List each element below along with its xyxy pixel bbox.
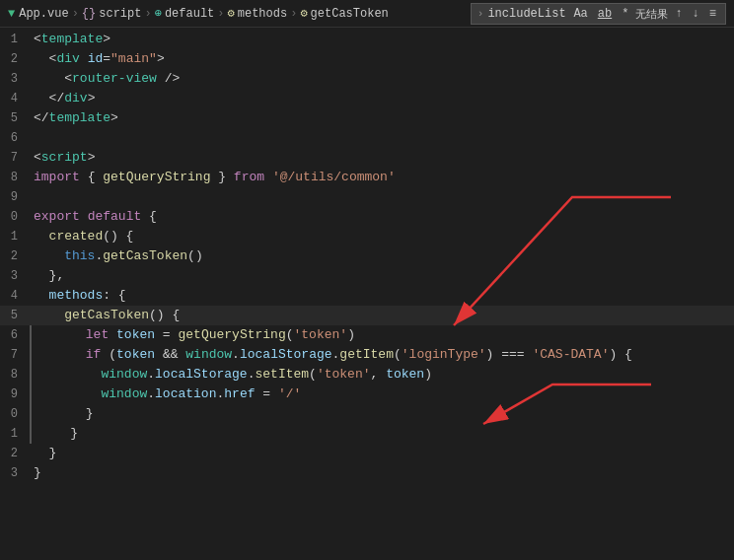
breadcrumb-method-icon: ⚙ xyxy=(300,6,307,21)
breadcrumb-vue[interactable]: App.vue xyxy=(19,7,68,21)
code-line-17: 7 if (token && window.localStorage.getIt… xyxy=(0,345,734,365)
code-line-2: 2 <div id="main"> xyxy=(0,49,734,69)
breadcrumb-getCasToken[interactable]: getCasToken xyxy=(311,7,389,21)
vue-icon: ▼ xyxy=(8,7,15,21)
code-line-23: 3 } xyxy=(0,463,734,483)
breadcrumb-default[interactable]: default xyxy=(165,7,214,21)
code-line-7: 7 <script> xyxy=(0,148,734,168)
code-line-22: 2 } xyxy=(0,444,734,463)
breadcrumb-methods-icon: ⚙ xyxy=(228,6,235,21)
code-line-12: 2 this.getCasToken() xyxy=(0,246,734,266)
code-line-21: 1 } xyxy=(0,424,734,444)
code-line-19: 9 window.location.href = '/' xyxy=(0,385,734,404)
case-sensitive-btn[interactable]: Aa xyxy=(570,6,590,22)
code-line-3: 3 <router-view /> xyxy=(0,69,734,89)
code-line-20: 0 } xyxy=(0,404,734,424)
code-line-1: 1 <template> xyxy=(0,30,734,49)
code-line-11: 1 created() { xyxy=(0,227,734,246)
search-prev-btn[interactable]: ↑ xyxy=(672,7,685,21)
breadcrumb-default-icon: ⊕ xyxy=(155,6,162,21)
code-line-18: 8 window.localStorage.setItem('token', t… xyxy=(0,365,734,385)
breadcrumb-script[interactable]: script xyxy=(99,7,141,21)
code-editor: 1 <template> 2 <div id="main"> 3 <router… xyxy=(0,28,734,483)
code-line-15: 5 getCasToken() { xyxy=(0,306,734,325)
code-line-16: 6 let token = getQueryString('token') xyxy=(0,325,734,345)
search-next-btn[interactable]: ↓ xyxy=(690,7,702,21)
search-input[interactable] xyxy=(487,7,566,21)
whole-word-btn[interactable]: ab xyxy=(595,6,615,22)
search-menu-btn[interactable]: ≡ xyxy=(706,7,719,21)
code-line-9: 9 xyxy=(0,187,734,207)
code-line-14: 4 methods: { xyxy=(0,286,734,306)
search-bar: › Aa ab * 无结果 ↑ ↓ ≡ xyxy=(471,3,726,25)
breadcrumb: ▼ App.vue › {} script › ⊕ default › ⚙ me… xyxy=(0,0,734,28)
code-line-8: 8 import { getQueryString } from '@/util… xyxy=(0,168,734,187)
code-line-4: 4 </div> xyxy=(0,89,734,108)
code-line-6: 6 xyxy=(0,128,734,148)
breadcrumb-methods[interactable]: methods xyxy=(238,7,287,21)
search-arrow-icon: › xyxy=(477,8,484,20)
breadcrumb-script-icon: {} xyxy=(82,7,96,21)
code-line-13: 3 }, xyxy=(0,266,734,286)
regex-btn[interactable]: * xyxy=(619,6,631,22)
search-no-result: 无结果 xyxy=(635,7,668,22)
code-line-5: 5 </template> xyxy=(0,108,734,128)
code-line-10: 0 export default { xyxy=(0,207,734,227)
